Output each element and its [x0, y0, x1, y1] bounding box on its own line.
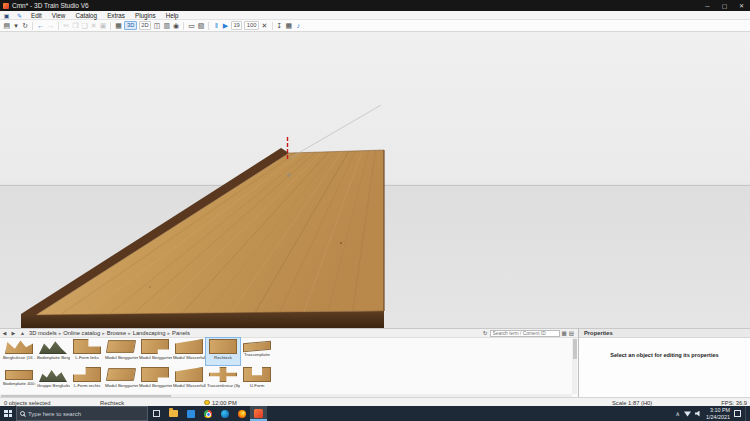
catalog-item-thumbnail — [141, 367, 169, 382]
save-options-chevron-icon[interactable]: ▾ — [12, 20, 21, 31]
catalog-item[interactable]: Modul Berggarten... — [104, 338, 138, 365]
speed-low-button[interactable]: 19 — [231, 21, 242, 30]
baseboard-3d-render[interactable] — [0, 32, 750, 328]
taskbar-firefox[interactable] — [233, 406, 250, 421]
menu-bar: ▣ ✎ Edit View Catalog Extras Plugins Hel… — [0, 11, 750, 20]
taskbar-file-explorer[interactable] — [165, 406, 182, 421]
catalog-item[interactable]: Bodenplatte Berg... — [36, 338, 70, 365]
pause-button[interactable]: ‖ — [212, 20, 221, 31]
catalog-item[interactable]: Modul Wasserfall ... — [172, 366, 206, 393]
view-grid-icon[interactable]: ▦ — [562, 330, 567, 336]
close-button[interactable]: ✕ — [733, 0, 750, 11]
speed-high-button[interactable]: 100 — [244, 21, 259, 30]
catalog-item[interactable]: Modul Berggarten... — [138, 366, 172, 393]
catalog-back-button[interactable]: ◀ — [0, 330, 9, 336]
duplicate-button[interactable]: ▣ — [98, 20, 108, 31]
catalog-item[interactable]: Modul Berggarten... — [104, 366, 138, 393]
cut-button[interactable]: ✂ — [62, 20, 71, 31]
main-toolbar: ▤ ▾ ↻ ← → ✂ ❐ ❑ ✕ ▣ ▦ 3D 2D ◫ ▥ ◉ ▭ ▧ ‖ … — [0, 20, 750, 32]
breadcrumb-3d-models[interactable]: 3D models — [27, 330, 59, 336]
search-icon — [20, 411, 25, 416]
catalog-refresh-icon[interactable]: ↻ — [483, 330, 488, 336]
catalog-item[interactable]: L-Form links — [70, 338, 104, 365]
taskbar-store[interactable] — [182, 406, 199, 421]
edit-pencil-icon[interactable]: ✎ — [13, 12, 26, 19]
split-view-button[interactable]: ◫ — [152, 20, 162, 31]
page-layout-button[interactable]: ▭ — [187, 20, 197, 31]
status-scale[interactable]: Scale 1:87 (H0) — [612, 400, 652, 406]
breadcrumb-landscaping[interactable]: Landscaping — [131, 330, 168, 336]
breadcrumb-online-catalog[interactable]: Online catalog — [61, 330, 102, 336]
layers-button[interactable]: ▥ — [162, 20, 172, 31]
catalog-up-button[interactable]: ▲ — [18, 330, 27, 336]
3d-viewport[interactable] — [0, 32, 750, 328]
catalog-item[interactable]: Modul Berggarten... — [138, 338, 172, 365]
view-2d-button[interactable]: 2D — [139, 21, 151, 30]
catalog-forward-button[interactable]: ▶ — [9, 330, 18, 336]
menu-help[interactable]: Help — [161, 12, 184, 19]
breadcrumb-browse[interactable]: Browse — [105, 330, 128, 336]
breadcrumb-panels[interactable]: Panels — [170, 330, 192, 336]
catalog-item-label: Bergkulisse (16 ... — [2, 355, 36, 360]
redo-button[interactable]: → — [46, 20, 56, 31]
catalog-item[interactable]: Bodenplatte 400 x... — [2, 366, 36, 393]
catalog-item-thumbnail — [106, 368, 136, 381]
train-studio-icon — [254, 409, 263, 418]
start-button[interactable] — [0, 406, 16, 421]
view-3d-button[interactable]: 3D — [124, 21, 136, 30]
paste-button[interactable]: ❑ — [80, 20, 89, 31]
catalog-item-selected[interactable]: Rechteck — [206, 338, 240, 365]
catalog-item[interactable]: Gruppe Bergkulis... — [36, 366, 70, 393]
catalog-item-thumbnail — [106, 340, 136, 353]
taskbar-chrome[interactable] — [199, 406, 216, 421]
taskbar-edge[interactable] — [216, 406, 233, 421]
catalog-item[interactable]: Modul Wasserfall ... — [172, 338, 206, 365]
taskbar-clock[interactable]: 3:10 PM 1/24/2021 — [706, 407, 730, 420]
stop-button[interactable]: ✕ — [260, 20, 269, 31]
maximize-button[interactable]: ▢ — [716, 0, 733, 11]
taskbar-search-box[interactable]: Type here to search — [16, 406, 148, 421]
catalog-search-input[interactable] — [490, 330, 560, 337]
menu-extras[interactable]: Extras — [102, 12, 130, 19]
delete-button[interactable]: ✕ — [89, 20, 98, 31]
minimize-button[interactable]: ─ — [699, 0, 716, 11]
menu-catalog[interactable]: Catalog — [70, 12, 102, 19]
catalog-item[interactable]: L-Form rechts — [70, 366, 104, 393]
refresh-button[interactable]: ↻ — [21, 20, 30, 31]
catalog-item-label: L-Form links — [70, 355, 104, 360]
catalog-item[interactable]: Trassenplatte — [240, 338, 274, 365]
camera-button[interactable]: ◉ — [172, 20, 181, 31]
catalog-item-label: Modul Wasserfall ... — [172, 355, 206, 360]
view-list-icon[interactable]: ▤ — [569, 330, 574, 336]
tray-expand-caret-icon[interactable]: ∧ — [676, 410, 680, 417]
grid-2-button[interactable]: ▦ — [284, 20, 294, 31]
undo-button[interactable]: ← — [36, 20, 46, 31]
catalog-item[interactable]: Trassenkreuz (Spi... — [206, 366, 240, 393]
task-view-button[interactable] — [148, 406, 165, 421]
catalog-item-thumbnail — [243, 341, 271, 352]
catalog-vertical-scrollbar[interactable] — [572, 338, 577, 394]
play-button[interactable]: ▶ — [221, 20, 230, 31]
properties-header: Properties — [579, 329, 750, 338]
sound-button[interactable]: ♪ — [294, 20, 303, 31]
status-simulation-time[interactable]: 12:00 PM — [212, 400, 237, 406]
menu-view[interactable]: View — [47, 12, 71, 19]
menu-edit[interactable]: Edit — [26, 12, 47, 19]
notification-center-icon[interactable] — [734, 410, 741, 417]
save-button[interactable]: ▤ — [2, 20, 12, 31]
surface-button[interactable]: ▧ — [196, 20, 206, 31]
catalog-item[interactable]: Bergkulisse (16 ... — [2, 338, 36, 365]
catalog-item-label: Gruppe Bergkulis... — [36, 383, 70, 388]
download-button[interactable]: ↧ — [275, 20, 284, 31]
volume-icon[interactable] — [695, 411, 702, 417]
taskbar-train-studio-active[interactable] — [250, 406, 267, 421]
catalog-item-thumbnail — [243, 367, 271, 382]
menu-plugins[interactable]: Plugins — [130, 12, 161, 19]
catalog-item[interactable]: U-Form — [240, 366, 274, 393]
window-menu-icon[interactable]: ▣ — [0, 12, 13, 19]
copy-button[interactable]: ❐ — [71, 20, 80, 31]
show-desktop-button[interactable] — [745, 406, 748, 421]
network-icon[interactable] — [684, 411, 691, 417]
catalog-search-area: ↻ ▦ ▤ — [483, 330, 574, 337]
grid-toggle-button[interactable]: ▦ — [114, 20, 124, 31]
